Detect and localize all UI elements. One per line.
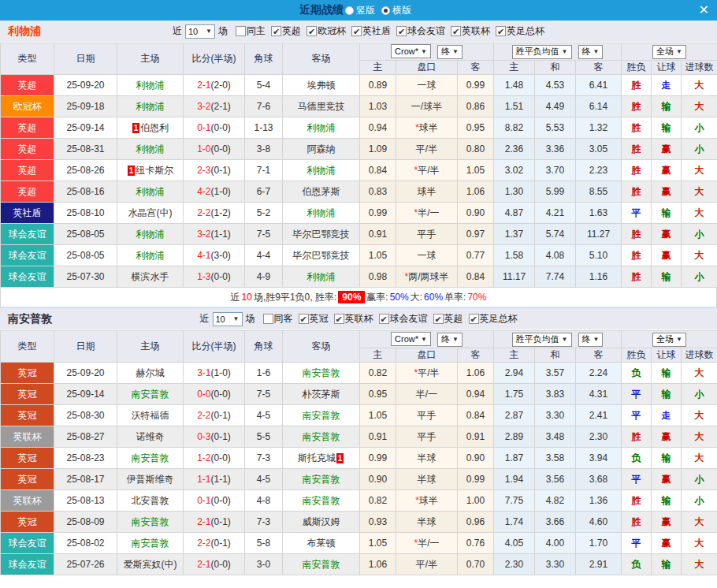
match-count-select[interactable]: 10▼ — [185, 24, 215, 39]
odds-away-value: 0.94 — [466, 389, 485, 400]
corner-score: 3-0 — [245, 554, 283, 575]
odds-source-dropdown[interactable]: Crow*▼ — [391, 44, 431, 58]
odds-home: 0.82 — [360, 363, 396, 384]
away-team-name: 利物浦 — [307, 207, 336, 218]
mean-home-value: 1.30 — [505, 186, 523, 197]
mean-away-value: 2.30 — [589, 431, 607, 442]
league-filter-checkbox[interactable]: ✔ — [451, 26, 461, 36]
odds-away-value: 0.99 — [466, 474, 485, 485]
mean-home-value: 1.94 — [505, 474, 523, 485]
league-filter-checkbox[interactable]: ✔ — [351, 26, 362, 36]
mean-away: 1.70 — [576, 533, 622, 554]
mean-dropdown[interactable]: 胜平负均值▼ — [512, 333, 572, 347]
team-section: 南安普敦近10▼场同客✔英冠✔英联杯✔球会友谊✔英超✔英足总杯类型日期主场比分(… — [0, 308, 717, 575]
chevron-down-icon: ▼ — [206, 28, 212, 35]
fullmatch-dropdown[interactable]: 全场▼ — [652, 333, 686, 347]
odds-final-dropdown[interactable]: 终▼ — [437, 333, 463, 347]
match-date-value: 25-08-05 — [66, 229, 104, 240]
league-filter-checkbox[interactable]: ✔ — [396, 26, 407, 36]
mean-draw: 3.48 — [535, 426, 576, 448]
match-date: 25-09-20 — [54, 363, 117, 384]
filter-near-label: 近 — [200, 312, 210, 326]
mean-away: 1.16 — [576, 266, 622, 288]
odds-home: 1.09 — [360, 139, 396, 160]
match-date-value: 25-08-09 — [66, 516, 104, 527]
league-filter-checkbox[interactable]: ✔ — [271, 26, 281, 36]
mean-draw: 3.66 — [535, 512, 576, 533]
odds-home-value: 0.89 — [369, 80, 387, 91]
match-date: 25-09-18 — [54, 96, 117, 117]
mean-home: 4.87 — [494, 203, 535, 224]
odds-final-dropdown[interactable]: 终▼ — [437, 45, 463, 59]
away-team-name: 利物浦 — [307, 122, 336, 133]
same-venue-checkbox[interactable] — [263, 314, 273, 324]
handicap-value: 一球 — [418, 80, 437, 91]
close-icon[interactable]: ✕ — [699, 2, 709, 19]
home-team-name: 沃特福德 — [132, 410, 169, 421]
odds-away: 0.84 — [458, 405, 494, 426]
result-goals-value: 大 — [695, 101, 704, 112]
league-filter-label: 球会友谊 — [390, 312, 428, 326]
result-handicap-value: 走 — [662, 80, 671, 91]
layout-radio[interactable] — [345, 6, 354, 15]
halftime-score: (0-1) — [211, 516, 231, 527]
home-team-name: 爱斯宾奴(中) — [124, 559, 177, 570]
league-filter-label: 英超 — [282, 24, 301, 38]
same-venue-checkbox[interactable] — [236, 26, 246, 36]
result-outcome: 负 — [622, 554, 652, 575]
match-date-value: 25-07-26 — [66, 559, 104, 570]
mean-draw-value: 5.53 — [546, 122, 564, 133]
layout-radio[interactable] — [381, 6, 390, 15]
mean-draw: 4.08 — [535, 245, 576, 266]
odds-home-value: 0.90 — [369, 474, 387, 485]
result-outcome-value: 胜 — [632, 516, 641, 527]
fulltime-score: 0-0 — [197, 389, 210, 400]
league-badge-label: 英超 — [18, 143, 37, 154]
league-filter-checkbox[interactable]: ✔ — [299, 314, 309, 324]
fulltime-score: 2-2 — [197, 538, 210, 549]
result-handicap: 输 — [652, 96, 682, 117]
result-outcome-value: 胜 — [632, 250, 641, 261]
result-goals-value: 大 — [695, 207, 704, 218]
odds-home-value: 0.82 — [369, 367, 387, 378]
score: 1-0(0-0) — [184, 139, 245, 160]
league-filter-checkbox[interactable]: ✔ — [306, 26, 317, 36]
layout-option-unselected[interactable]: 竖版 — [345, 4, 375, 17]
odds-home-value: 1.06 — [369, 559, 387, 570]
match-date-value: 25-08-31 — [66, 143, 104, 154]
fullmatch-dropdown[interactable]: 全场▼ — [652, 45, 686, 59]
mean-final-dropdown-label: 终 — [582, 333, 591, 345]
result-goals-value: 大 — [695, 559, 704, 570]
league-filter-checkbox[interactable]: ✔ — [496, 26, 506, 36]
mean-away-value: 4.60 — [589, 516, 607, 527]
mean-away-value: 1.63 — [589, 207, 607, 218]
sub-column-header: 客 — [576, 61, 622, 75]
mean-away: 3.05 — [576, 139, 622, 160]
result-goals: 大 — [682, 245, 717, 266]
league-badge: 英冠 — [1, 384, 54, 405]
league-badge: 英联杯 — [1, 490, 54, 512]
league-badge-label: 球会友谊 — [9, 271, 46, 282]
fulltime-score: 2-2 — [197, 410, 210, 421]
league-filter-checkbox[interactable]: ✔ — [379, 314, 389, 324]
league-filter-checkbox[interactable]: ✔ — [469, 314, 479, 324]
mean-final-dropdown[interactable]: 终▼ — [578, 333, 604, 347]
odds-home-value: 0.91 — [369, 229, 387, 240]
filter-near-label: 近 — [173, 24, 182, 38]
league-filter-checkbox[interactable]: ✔ — [433, 314, 444, 324]
corner-score-value: 3-8 — [257, 143, 270, 154]
table-row: 球会友谊25-08-05利物浦3-2(1-1)7-5毕尔巴鄂竞技0.91平手0.… — [1, 224, 717, 245]
sub-column-header: 客 — [576, 348, 622, 363]
mean-final-dropdown[interactable]: 终▼ — [578, 45, 604, 59]
match-count-select[interactable]: 10▼ — [213, 312, 243, 326]
league-filter-checkbox[interactable]: ✔ — [334, 314, 344, 324]
home-team: 利物浦 — [117, 96, 184, 117]
handicap: 平手 — [396, 224, 458, 245]
odds-source-dropdown[interactable]: Crow*▼ — [391, 332, 431, 346]
handicap-value: 平手 — [418, 431, 437, 442]
halftime-score: (0-1) — [211, 538, 231, 549]
mean-dropdown[interactable]: 胜平负均值▼ — [512, 45, 572, 59]
odds-away: 0.86 — [458, 96, 494, 117]
table-row: 英超25-08-261纽卡斯尔2-3(0-1)7-1利物浦0.84*平/半1.0… — [1, 160, 717, 181]
layout-option-selected[interactable]: 横版 — [381, 4, 411, 17]
